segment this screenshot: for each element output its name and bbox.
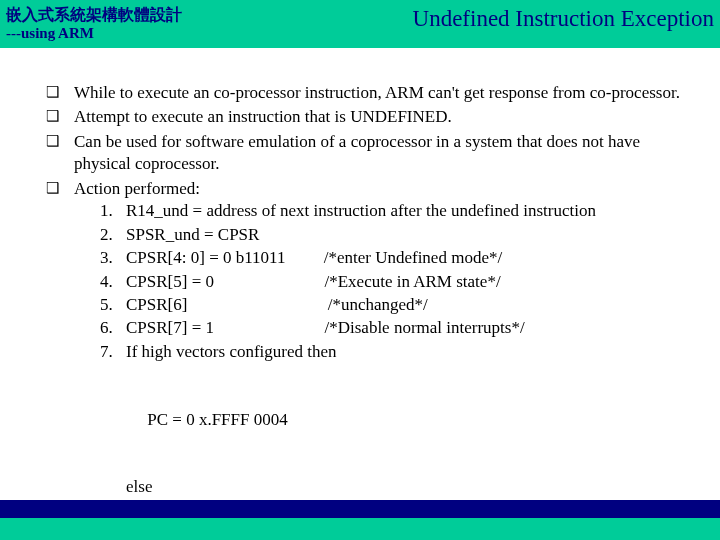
step-number: 1. xyxy=(100,200,126,222)
list-item: 4.CPSR[5] = 0 /*Execute in ARM state*/ xyxy=(100,271,692,293)
slide-header: 嵌入式系統架構軟體設計 ---using ARM Undefined Instr… xyxy=(0,0,720,48)
list-item: 2.SPSR_und = CPSR xyxy=(100,224,692,246)
header-left-block: 嵌入式系統架構軟體設計 ---using ARM xyxy=(6,6,182,42)
step-text: CPSR[6] /*unchanged*/ xyxy=(126,294,428,316)
step-text: SPSR_und = CPSR xyxy=(126,224,259,246)
bullet-item: Action performed: 1.R14_und = address of… xyxy=(46,178,692,540)
bullet-text: Can be used for software emulation of a … xyxy=(74,132,640,173)
step-number: 7. xyxy=(100,341,126,363)
list-item: 6.CPSR[7] = 1 /*Disable normal interrupt… xyxy=(100,317,692,339)
footer-accent-bar xyxy=(0,500,720,518)
bullet-item: Can be used for software emulation of a … xyxy=(46,131,692,176)
slide-title: Undefined Instruction Exception xyxy=(413,6,714,32)
footer-bar xyxy=(0,518,720,540)
step-text: CPSR[7] = 1 /*Disable normal interrupts*… xyxy=(126,317,525,339)
bullet-text: While to execute an co-processor instruc… xyxy=(74,83,680,102)
list-item: 7.If high vectors configured then xyxy=(100,341,692,363)
step-text: CPSR[5] = 0 /*Execute in ARM state*/ xyxy=(126,271,501,293)
header-subtitle: ---using ARM xyxy=(6,25,182,42)
list-item: 3.CPSR[4: 0] = 0 b11011 /*enter Undefine… xyxy=(100,247,692,269)
step-number: 3. xyxy=(100,247,126,269)
step-number: 2. xyxy=(100,224,126,246)
bullet-list: While to execute an co-processor instruc… xyxy=(46,82,692,540)
list-item: 5.CPSR[6] /*unchanged*/ xyxy=(100,294,692,316)
step-number: 4. xyxy=(100,271,126,293)
header-title-cn: 嵌入式系統架構軟體設計 xyxy=(6,6,182,24)
list-item: 1.R14_und = address of next instruction … xyxy=(100,200,692,222)
step-number: 5. xyxy=(100,294,126,316)
step-text: R14_und = address of next instruction af… xyxy=(126,200,596,222)
bullet-item: While to execute an co-processor instruc… xyxy=(46,82,692,104)
bullet-text: Action performed: xyxy=(74,179,200,198)
step-text: If high vectors configured then xyxy=(126,341,337,363)
slide-content: While to execute an co-processor instruc… xyxy=(0,48,720,540)
step-text: CPSR[4: 0] = 0 b11011 /*enter Undefined … xyxy=(126,247,502,269)
numbered-list: 1.R14_und = address of next instruction … xyxy=(74,200,692,363)
else-line: else xyxy=(126,476,692,498)
step-number: 6. xyxy=(100,317,126,339)
bullet-text: Attempt to execute an instruction that i… xyxy=(74,107,452,126)
bullet-item: Attempt to execute an instruction that i… xyxy=(46,106,692,128)
if-line: PC = 0 x.FFFF 0004 xyxy=(126,409,692,431)
